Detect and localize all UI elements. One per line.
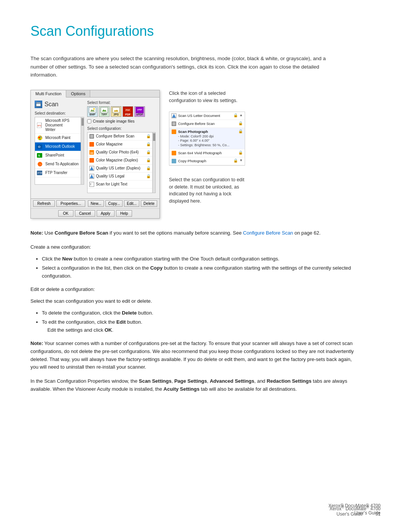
svg-text:XPS: XPS (37, 125, 41, 127)
tab-multi-function[interactable]: Multi Function (31, 90, 66, 97)
prev-lock-3: 🔒 (238, 129, 243, 133)
page-number: 51 (376, 511, 381, 517)
dest-scrollbar[interactable] (81, 117, 84, 184)
prev-icon-cp (171, 158, 177, 164)
tab-options[interactable]: Options (66, 90, 90, 97)
ftp-icon: FTP (37, 170, 43, 176)
create-single-checkbox[interactable] (87, 119, 91, 123)
svg-point-18 (93, 108, 95, 110)
svg-text:O: O (38, 145, 40, 149)
dest-item-outlook[interactable]: O Microsoft Outlook (35, 142, 81, 151)
section-select-config: Select the scan configuration you want t… (30, 297, 358, 305)
config-icon-slt: T (89, 182, 94, 187)
destination-list: XPS Microsoft XPS DocumentWriter M (35, 117, 84, 185)
format-icons: BMP TIFF (87, 106, 156, 117)
config-icon-qul (89, 174, 94, 179)
refresh-button[interactable]: Refresh (33, 200, 55, 207)
config-item-quality-color[interactable]: Quality Color Photo (6x4) 🔒 (88, 149, 152, 157)
dialog-content: Scan Select destination: XPS (31, 97, 159, 198)
prev-lock-5: 🔒 (233, 158, 238, 163)
prev-lock-1: 🔒 (233, 113, 238, 117)
svg-rect-25 (90, 152, 93, 154)
svg-text:→: → (39, 163, 42, 166)
note-text-middle: if you want to set the options manually … (110, 230, 243, 236)
format-bmp[interactable]: BMP (87, 106, 98, 117)
outlook-icon: O (37, 144, 43, 150)
apply-button[interactable]: Apply (97, 210, 115, 217)
scan-title: Scan (45, 101, 58, 108)
configure-before-scan-link[interactable]: Configure Before Scan (243, 230, 293, 236)
bullet-copy-button: Select a configuration in the list, then… (42, 264, 362, 280)
svg-rect-34 (172, 129, 176, 134)
config-icon-cmd (89, 158, 94, 163)
delete-button[interactable]: Delete (141, 200, 157, 207)
note-text-2: Your scanner comes with a number of conf… (30, 340, 354, 370)
prev-item-copy-photograph: Copy Photograph 🔒 ▼ (169, 157, 245, 165)
help-button[interactable]: Help (116, 210, 132, 217)
prev-icon-sp (171, 129, 177, 134)
prev-item-scan-photograph: Scan Photograph - Mode: Color® 200 dpi- … (169, 128, 245, 149)
xps-icon: XPS (37, 122, 43, 128)
config-item-quality-us-legal[interactable]: Quality US Legal 🔒 (88, 173, 152, 181)
dest-item-paint[interactable]: Microsoft Paint (35, 134, 81, 142)
ok-button[interactable]: OK (58, 210, 73, 217)
dialog-button-row-1: Refresh Properties... New... Copy... Edi… (31, 198, 159, 208)
svg-rect-23 (89, 142, 94, 147)
bullet-delete: To delete the configuration, click the D… (42, 309, 362, 317)
config-icon-cm (89, 142, 94, 147)
lock-icon-6: 🔒 (146, 174, 151, 178)
callout-text-2: Select the scan configuration to edit or… (169, 176, 245, 205)
configure-before-scan-bold: Configure Before Scan (55, 230, 108, 236)
copy-button[interactable]: Copy... (105, 200, 123, 207)
scan-header: Scan (35, 101, 84, 108)
note-paragraph-1: Note: Use Configure Before Scan if you w… (30, 229, 358, 237)
dest-label: Select destination: (35, 111, 84, 115)
cancel-button[interactable]: Cancel (75, 210, 95, 217)
edit-button[interactable]: Edit... (124, 200, 139, 207)
bullet-new-button: Click the New button to create a new con… (42, 255, 362, 263)
lock-icon-4: 🔒 (146, 158, 151, 162)
svg-rect-26 (89, 158, 94, 163)
svg-point-6 (38, 137, 40, 138)
prev-lock-4: 🔒 (238, 150, 243, 155)
final-paragraph: In the Scan Configuration Properties win… (30, 377, 358, 393)
config-scrollbar[interactable] (152, 133, 155, 193)
properties-button[interactable]: Properties... (56, 200, 85, 207)
sharepoint-icon: S (37, 152, 43, 158)
svg-rect-2 (36, 104, 41, 104)
format-pdf[interactable]: PDF PDF (123, 106, 133, 117)
prev-item-scan-6x4: Scan 6x4 Vivid Photograph 🔒 (169, 149, 245, 157)
dest-scrollbar-thumb (81, 118, 84, 126)
create-new-bullets: Click the New button to create a new con… (42, 255, 362, 280)
config-item-color-magazine[interactable]: Color Magazine 🔒 (88, 141, 152, 149)
lock-icon-5: 🔒 (146, 166, 151, 170)
format-jpg[interactable]: JPG (111, 106, 121, 117)
new-button[interactable]: New... (88, 200, 104, 207)
footer-guide-line: User's Guide 51 (330, 511, 381, 517)
dest-item-sharepoint[interactable]: S SharePoint (35, 151, 81, 160)
lock-icon-3: 🔒 (146, 150, 151, 154)
config-item-quality-us-letter-duplex[interactable]: Quality US Letter (Duplex) 🔒 (88, 165, 152, 173)
note-text-end: on page 62. (295, 230, 321, 236)
config-item-configure-before-scan[interactable]: Configure Before Scan 🔒 (88, 133, 152, 141)
dest-item-xps[interactable]: XPS Microsoft XPS DocumentWriter (35, 117, 81, 134)
config-item-scan-light-text[interactable]: T Scan for Light Text (88, 181, 152, 189)
format-tiff[interactable]: TIFF (99, 106, 110, 117)
bullet-edit: To edit the configuration, click the Edi… (42, 318, 362, 334)
main-content-area: Multi Function Options (30, 90, 381, 219)
note-paragraph-2: Note: Your scanner comes with a number o… (30, 340, 358, 371)
dest-item-ftp[interactable]: FTP FTP Transfer (35, 169, 81, 177)
config-item-color-mag-duplex[interactable]: Color Magazine (Duplex) 🔒 (88, 157, 152, 165)
dialog-button-row-2: OK Cancel Apply Help (31, 208, 159, 218)
dest-item-sendto[interactable]: → Send To Application (35, 160, 81, 169)
prev-item-scan-us-letter: Scan US Letter Document 🔒 ▲ (169, 112, 245, 120)
page-number-area: Xerox® DocuMate® 4700 User's Guide 51 (330, 505, 381, 517)
format-spdf[interactable]: sPDF sPDF (134, 106, 145, 117)
config-preview-list: Scan US Letter Document 🔒 ▲ Configure Be… (169, 112, 245, 165)
svg-rect-1 (37, 102, 40, 104)
svg-rect-36 (172, 159, 176, 163)
scan-dialog: Multi Function Options (30, 90, 160, 219)
svg-rect-22 (90, 135, 93, 138)
dialog-wrapper: Multi Function Options (30, 90, 160, 219)
lock-icon-2: 🔒 (146, 142, 151, 146)
